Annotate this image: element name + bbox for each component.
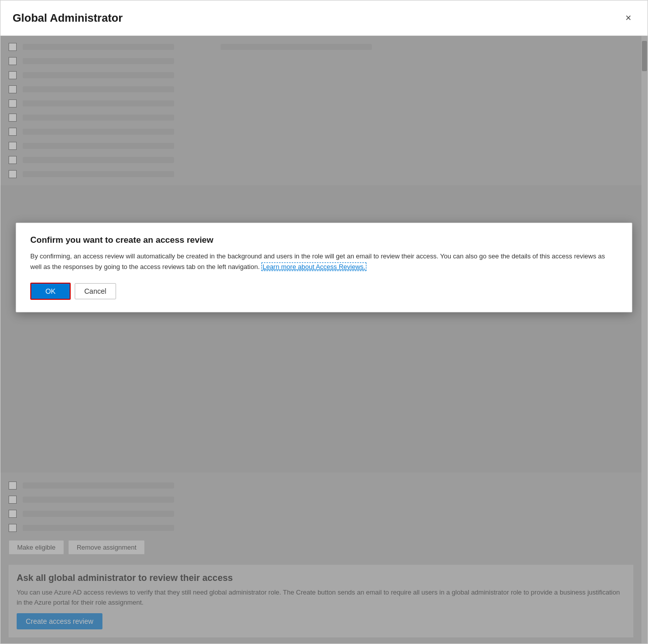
cancel-button[interactable]: Cancel (75, 283, 116, 299)
confirm-dialog: Confirm you want to create an access rev… (16, 223, 632, 312)
panel-title: Global Administrator (13, 12, 123, 25)
learn-more-link[interactable]: Learn more about Access Reviews. (261, 262, 366, 271)
close-button[interactable]: × (621, 10, 635, 26)
dialog-actions: OK Cancel (30, 283, 618, 300)
dialog-body: By confirming, an access review will aut… (30, 251, 618, 273)
panel-header: Global Administrator × (1, 1, 647, 36)
modal-overlay (1, 36, 647, 643)
ok-button[interactable]: OK (30, 283, 71, 300)
dialog-title: Confirm you want to create an access rev… (30, 235, 618, 245)
main-panel: Global Administrator × (0, 0, 648, 644)
content-area: Confirm you want to create an access rev… (1, 36, 647, 643)
